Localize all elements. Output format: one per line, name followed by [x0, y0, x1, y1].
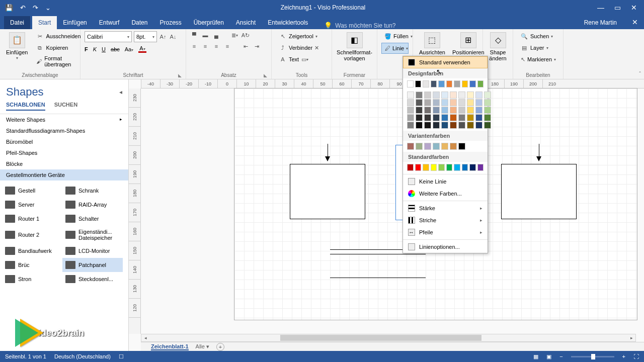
- tab-developer[interactable]: Entwicklertools: [262, 16, 314, 29]
- zoom-out-icon[interactable]: −: [559, 353, 562, 359]
- color-swatch[interactable]: [424, 107, 431, 114]
- shape-item[interactable]: Gestell: [2, 184, 62, 198]
- font-size-combo[interactable]: 8pt.▾: [134, 31, 157, 42]
- add-page-button[interactable]: +: [216, 343, 224, 351]
- color-swatch[interactable]: [446, 80, 453, 87]
- horizontal-scrollbar[interactable]: ◂ ▸: [141, 334, 636, 342]
- page-filter[interactable]: Alle ▾: [196, 343, 209, 350]
- shape-item[interactable]: Stron: [2, 272, 62, 286]
- collapse-shapes-icon[interactable]: ◂: [119, 88, 122, 96]
- stencils-tab[interactable]: SCHABLONEN: [6, 102, 45, 111]
- color-swatch[interactable]: [438, 164, 445, 171]
- align-button[interactable]: ⬚Ausrichten: [417, 31, 447, 56]
- shape-item[interactable]: Eigenständi... Dateispeicher: [62, 226, 123, 244]
- align-center-icon[interactable]: ≡: [201, 42, 209, 50]
- shape-item[interactable]: Schalter: [62, 212, 123, 226]
- tab-insert[interactable]: Einfügen: [57, 16, 93, 29]
- color-swatch[interactable]: [467, 114, 474, 121]
- color-swatch[interactable]: [467, 92, 474, 99]
- color-swatch[interactable]: [484, 114, 491, 121]
- color-swatch[interactable]: [458, 99, 465, 106]
- color-swatch[interactable]: [469, 80, 476, 87]
- color-swatch[interactable]: [450, 99, 457, 106]
- paragraph-dialog-launcher[interactable]: ◣: [264, 73, 267, 78]
- color-swatch[interactable]: [475, 92, 482, 99]
- pointer-tool-button[interactable]: ↖Zeigertool▾: [276, 31, 320, 41]
- color-swatch[interactable]: [475, 122, 482, 129]
- tab-home[interactable]: Start: [32, 16, 57, 29]
- rectangle-icon[interactable]: ▭▾: [301, 55, 309, 63]
- stencil-item[interactable]: Standardflussdiagramm-Shapes: [0, 125, 128, 136]
- color-swatch[interactable]: [407, 114, 414, 121]
- connector-tool-button[interactable]: ⤴Verbinder✕: [276, 43, 322, 53]
- color-swatch[interactable]: [475, 107, 482, 114]
- font-dialog-launcher[interactable]: ◣: [178, 73, 182, 78]
- color-swatch[interactable]: [433, 92, 440, 99]
- copy-button[interactable]: ⧉Kopieren: [33, 43, 84, 53]
- search-tab[interactable]: SUCHEN: [54, 102, 77, 111]
- qat-undo[interactable]: ↶: [20, 4, 26, 12]
- layer-button[interactable]: ▤Layer▾: [517, 43, 559, 53]
- color-swatch[interactable]: [484, 107, 491, 114]
- tab-view[interactable]: Ansicht: [230, 16, 262, 29]
- italic-button[interactable]: K: [93, 46, 97, 52]
- color-swatch[interactable]: [433, 143, 440, 150]
- more-shapes-item[interactable]: Weitere Shapes ▸: [0, 114, 128, 125]
- justify-icon[interactable]: ≡: [223, 42, 231, 50]
- no-line-item[interactable]: Keine Linie: [403, 175, 488, 188]
- tab-review[interactable]: Überprüfen: [188, 16, 230, 29]
- view-mode-icon[interactable]: ▦: [533, 353, 538, 360]
- color-swatch[interactable]: [423, 164, 429, 171]
- color-swatch[interactable]: [484, 122, 491, 129]
- color-swatch[interactable]: [441, 122, 448, 129]
- color-swatch[interactable]: [407, 80, 414, 87]
- stencil-item[interactable]: Pfeil-Shapes: [0, 147, 128, 158]
- color-swatch[interactable]: [477, 164, 484, 171]
- more-colors-item[interactable]: Weitere Farben...: [403, 188, 488, 200]
- decrease-indent-icon[interactable]: ⇤: [242, 42, 250, 50]
- color-swatch[interactable]: [458, 107, 465, 114]
- strike-button[interactable]: abc: [111, 46, 120, 52]
- color-swatch[interactable]: [450, 107, 457, 114]
- color-swatch[interactable]: [416, 122, 423, 129]
- shape-item[interactable]: Server: [2, 198, 62, 212]
- font-color-button[interactable]: A▾: [138, 45, 146, 53]
- color-swatch[interactable]: [407, 164, 414, 171]
- color-swatch[interactable]: [433, 107, 440, 114]
- color-swatch[interactable]: [450, 143, 457, 150]
- color-swatch[interactable]: [484, 99, 491, 106]
- format-painter-button[interactable]: 🖌Format übertragen: [33, 54, 84, 68]
- line-options-item[interactable]: Linienoptionen...: [403, 241, 488, 253]
- shape-item[interactable]: Steckdosenl...: [62, 272, 123, 286]
- position-button[interactable]: ⊞Positionieren: [450, 31, 487, 56]
- macro-record-icon[interactable]: ☐: [119, 353, 124, 360]
- color-swatch[interactable]: [450, 122, 457, 129]
- color-swatch[interactable]: [416, 114, 423, 121]
- use-standard-item[interactable]: Standard verwenden: [403, 56, 488, 68]
- find-button[interactable]: 🔍Suchen▾: [517, 31, 559, 41]
- qat-redo[interactable]: ↷: [33, 4, 38, 12]
- bold-button[interactable]: F: [85, 46, 88, 52]
- quick-styles-button[interactable]: ◧ Schnellformat- vorlagen: [336, 31, 373, 62]
- color-swatch[interactable]: [475, 114, 482, 121]
- color-swatch[interactable]: [407, 99, 414, 106]
- tab-process[interactable]: Prozess: [153, 16, 187, 29]
- color-swatch[interactable]: [467, 107, 474, 114]
- color-swatch[interactable]: [467, 99, 474, 106]
- shape-item[interactable]: Schrank: [62, 184, 123, 198]
- color-swatch[interactable]: [458, 114, 465, 121]
- dashes-item[interactable]: Striche▸: [403, 214, 488, 226]
- close-document[interactable]: ✕: [632, 18, 644, 29]
- color-swatch[interactable]: [433, 122, 440, 129]
- page-tab[interactable]: Zeichenblatt-1: [151, 343, 189, 350]
- window-close[interactable]: ✕: [631, 4, 637, 12]
- window-maximize[interactable]: ▭: [614, 4, 621, 12]
- color-swatch[interactable]: [433, 114, 440, 121]
- tab-design[interactable]: Entwurf: [93, 16, 126, 29]
- collapse-ribbon-icon[interactable]: ˆ: [639, 71, 641, 77]
- color-swatch[interactable]: [441, 92, 448, 99]
- shrink-font-icon[interactable]: A↓: [169, 33, 177, 41]
- color-swatch[interactable]: [477, 80, 484, 87]
- font-name-combo[interactable]: Calibri▾: [85, 31, 132, 42]
- diagram-shape[interactable]: [290, 164, 365, 219]
